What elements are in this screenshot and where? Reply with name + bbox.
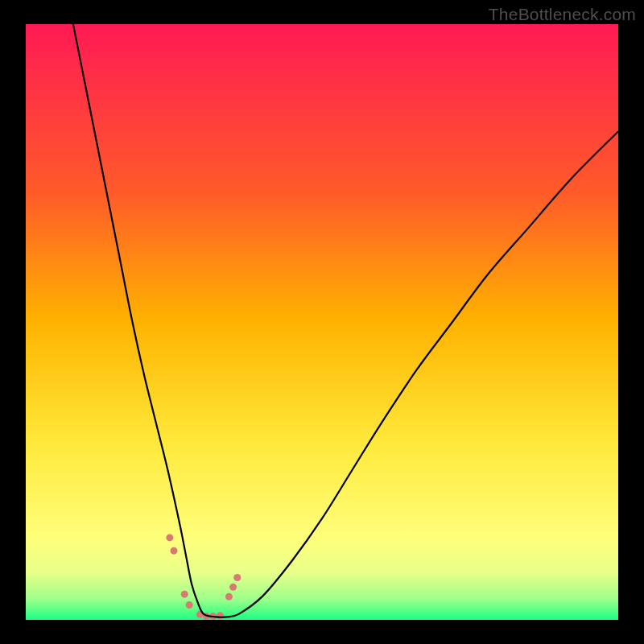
marker-point: [217, 612, 224, 619]
plot-svg: [26, 24, 618, 620]
watermark-text: TheBottleneck.com: [489, 5, 636, 24]
chart-frame: TheBottleneck.com: [0, 0, 644, 644]
marker-point: [166, 534, 173, 541]
marker-point: [181, 591, 188, 598]
marker-point: [186, 601, 193, 609]
plot-area: [26, 24, 618, 620]
gradient-background: [26, 24, 618, 620]
marker-point: [225, 593, 233, 601]
marker-point: [229, 584, 237, 591]
marker-point: [233, 574, 241, 581]
marker-point: [171, 547, 178, 555]
